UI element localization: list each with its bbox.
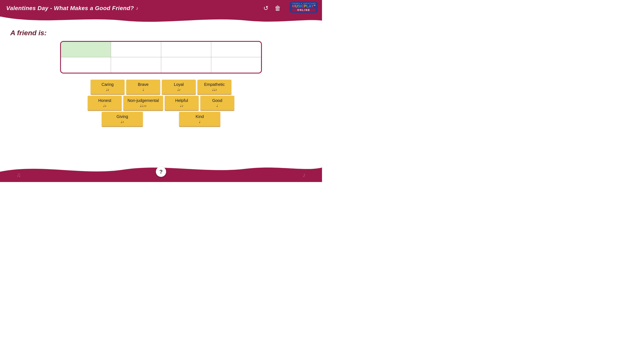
tile-caring-note: ♩♪	[106, 88, 109, 92]
help-button[interactable]: ?	[156, 166, 166, 177]
tile-helpful-note: ♩♪	[180, 104, 183, 108]
grid-cell-1-1[interactable]	[111, 57, 161, 73]
tile-loyal-label: Loyal	[174, 82, 184, 87]
subtitle: A friend is:	[10, 29, 312, 37]
tile-nonjudgemental[interactable]: Non-judgemental ♩♩♪♪	[123, 96, 163, 110]
tile-caring-label: Caring	[102, 82, 114, 87]
main-content: A friend is: Caring ♩♪ Brave ♩	[0, 25, 322, 130]
tile-helpful[interactable]: Helpful ♩♪	[165, 96, 199, 110]
tile-empathetic-label: Empathetic	[204, 82, 224, 87]
tile-good-label: Good	[212, 98, 222, 103]
footer-icon-left: ♫	[16, 172, 21, 178]
grid-row-2	[61, 57, 261, 73]
tile-giving-note: ♩♪	[121, 120, 124, 124]
tile-honest-note: ♩♪	[103, 104, 106, 108]
logo: THEMES & VARIATIONS MUSICPLAY★ ONLINE	[290, 2, 318, 13]
tile-empathetic[interactable]: Empathetic ♩♩♪	[198, 80, 232, 94]
tile-giving[interactable]: Giving ♩♪	[102, 112, 143, 126]
header-controls: ↺ 🗑	[263, 5, 281, 11]
tiles-section: Caring ♩♪ Brave ♩ Loyal ♩♪ Empathetic ♩♩…	[10, 80, 312, 126]
footer-icon-right: ♪	[303, 172, 306, 178]
footer: ♫ ♪ ♫ ?	[0, 159, 322, 182]
header: Valentines Day - What Makes a Good Frien…	[0, 0, 322, 16]
grid-container	[60, 41, 262, 74]
tile-kind[interactable]: Kind ♩	[179, 112, 220, 126]
tile-good-note: ♩	[216, 104, 218, 108]
grid-cell-0-2[interactable]	[161, 42, 211, 57]
tile-brave-note: ♩	[142, 88, 144, 92]
logo-online-label: ONLINE	[292, 8, 316, 12]
grid-cell-1-3[interactable]	[211, 57, 261, 73]
tile-nonjudgemental-label: Non-judgemental	[128, 98, 159, 103]
tiles-row-3: Giving ♩♪ Kind ♩	[102, 112, 220, 126]
grid-cell-1-2[interactable]	[161, 57, 211, 73]
reset-button[interactable]: ↺	[263, 5, 268, 11]
tile-helpful-label: Helpful	[175, 98, 188, 103]
tile-brave-label: Brave	[138, 82, 148, 87]
tile-honest-label: Honest	[98, 98, 111, 103]
tiles-row-1: Caring ♩♪ Brave ♩ Loyal ♩♪ Empathetic ♩♩…	[90, 80, 232, 94]
tile-loyal-note: ♩♪	[177, 88, 180, 92]
page-title: Valentines Day - What Makes a Good Frien…	[6, 5, 134, 12]
tile-honest[interactable]: Honest ♩♪	[88, 96, 122, 110]
grid-row-1	[61, 42, 261, 57]
tile-brave[interactable]: Brave ♩	[126, 80, 160, 94]
logo-themes-label: THEMES & VARIATIONS	[292, 3, 316, 4]
tile-empathetic-note: ♩♩♪	[212, 88, 217, 92]
tile-kind-label: Kind	[196, 114, 204, 119]
tile-caring[interactable]: Caring ♩♪	[90, 80, 124, 94]
tile-kind-note: ♩	[199, 120, 200, 124]
grid-cell-0-0[interactable]	[61, 42, 111, 57]
grid-cell-1-0[interactable]	[61, 57, 111, 73]
tile-nonjudgemental-note: ♩♩♪♪	[140, 104, 146, 108]
tile-good[interactable]: Good ♩	[200, 96, 234, 110]
music-icon: ♪	[136, 6, 138, 11]
tiles-row-2: Honest ♩♪ Non-judgemental ♩♩♪♪ Helpful ♩…	[88, 96, 234, 110]
tile-giving-label: Giving	[116, 114, 128, 119]
delete-button[interactable]: 🗑	[275, 5, 281, 11]
wave-top-decoration	[0, 16, 322, 25]
tile-loyal[interactable]: Loyal ♩♪	[162, 80, 196, 94]
grid-cell-0-3[interactable]	[211, 42, 261, 57]
logo-musicplay: MUSICPLAY★	[292, 4, 316, 8]
grid-cell-0-1[interactable]	[111, 42, 161, 57]
